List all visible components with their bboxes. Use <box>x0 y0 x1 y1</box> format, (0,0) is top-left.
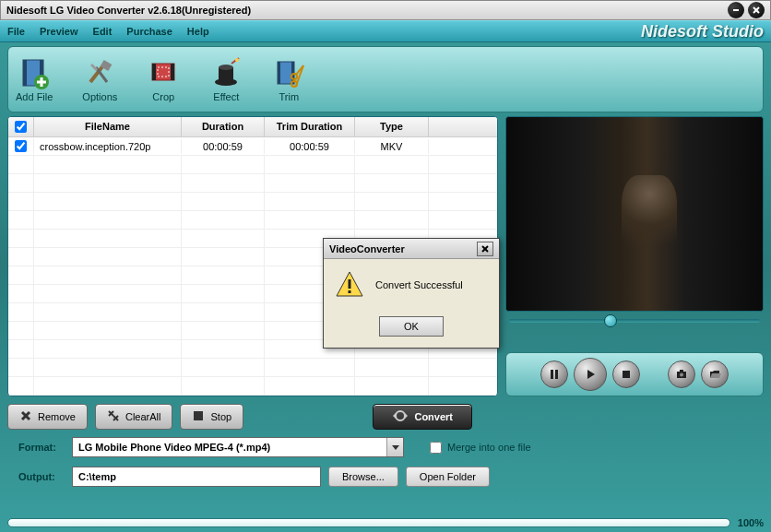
preview-screen <box>505 116 764 312</box>
add-file-button[interactable]: Add File <box>16 56 53 102</box>
menu-file[interactable]: File <box>7 26 25 37</box>
dialog-titlebar[interactable]: VideoConverter <box>324 239 499 259</box>
window-title: Nidesoft LG Video Converter v2.6.18(Unre… <box>6 5 728 16</box>
open-snapshot-folder-button[interactable] <box>701 361 729 388</box>
stop-button[interactable]: Stop <box>180 404 243 430</box>
options-icon <box>83 56 116 89</box>
cell-type: MKV <box>355 139 429 154</box>
table-header: FileName Duration Trim Duration Type <box>8 117 497 137</box>
stop-playback-button[interactable] <box>612 361 640 388</box>
menu-bar: File Preview Edit Purchase Help Nidesoft… <box>0 20 771 42</box>
remove-icon <box>19 409 32 424</box>
progress-bar <box>7 518 730 527</box>
row-checkbox[interactable] <box>15 140 27 152</box>
effect-button[interactable]: Effect <box>209 56 243 102</box>
svg-rect-22 <box>278 62 280 84</box>
svg-point-33 <box>680 373 683 377</box>
svg-rect-34 <box>680 370 683 372</box>
table-row[interactable]: crossbow.inception.720p 00:00:59 00:00:5… <box>8 137 497 156</box>
menu-preview[interactable]: Preview <box>40 26 78 37</box>
open-folder-button[interactable]: Open Folder <box>406 467 490 487</box>
playback-controls <box>505 352 764 396</box>
warning-icon <box>335 270 364 300</box>
svg-rect-4 <box>23 60 27 86</box>
header-type[interactable]: Type <box>355 117 429 136</box>
header-duration[interactable]: Duration <box>182 117 265 136</box>
cell-trim-duration: 00:00:59 <box>265 139 355 154</box>
dialog-title-text: VideoConverter <box>329 243 405 254</box>
svg-marker-43 <box>393 413 396 419</box>
progress-bar-area: 100% <box>7 517 764 528</box>
titlebar: Nidesoft LG Video Converter v2.6.18(Unre… <box>0 0 771 20</box>
clear-all-button[interactable]: ClearAll <box>95 404 173 430</box>
preview-panel <box>505 116 764 396</box>
format-select[interactable]: LG Mobile Phone Video MPEG-4 (*.mp4) <box>72 437 404 457</box>
dialog-close-button[interactable] <box>477 242 493 256</box>
play-button[interactable] <box>574 358 607 391</box>
svg-rect-31 <box>623 371 630 378</box>
minimize-button[interactable] <box>728 2 744 18</box>
add-file-icon <box>18 56 51 89</box>
svg-marker-44 <box>392 445 399 450</box>
svg-rect-41 <box>194 411 203 420</box>
svg-rect-49 <box>349 290 351 293</box>
menu-edit[interactable]: Edit <box>93 26 113 37</box>
seek-thumb[interactable] <box>604 314 617 327</box>
svg-rect-13 <box>152 64 156 80</box>
message-dialog: VideoConverter Convert Successful OK <box>323 238 500 349</box>
svg-rect-48 <box>349 279 351 289</box>
effect-icon <box>209 56 243 89</box>
output-settings: Format: LG Mobile Phone Video MPEG-4 (*.… <box>18 437 753 487</box>
snapshot-button[interactable] <box>668 361 695 388</box>
pause-button[interactable] <box>540 361 568 388</box>
toolbar: Add File Options Crop Effect Trim <box>7 46 764 112</box>
trim-icon <box>272 56 305 89</box>
svg-rect-29 <box>555 370 558 379</box>
header-trim-duration[interactable]: Trim Duration <box>265 117 355 136</box>
header-filename[interactable]: FileName <box>34 117 182 136</box>
cell-duration: 00:00:59 <box>182 139 265 154</box>
options-button[interactable]: Options <box>82 56 117 102</box>
browse-button[interactable]: Browse... <box>328 467 398 487</box>
cell-filename: crossbow.inception.720p <box>34 139 182 154</box>
output-path-input[interactable]: C:\temp <box>72 467 321 487</box>
clear-all-icon <box>107 409 120 424</box>
chevron-down-icon <box>386 438 403 456</box>
remove-button[interactable]: Remove <box>7 404 88 430</box>
convert-icon <box>392 408 409 426</box>
crop-icon <box>147 56 180 89</box>
svg-rect-14 <box>171 64 174 80</box>
seek-bar[interactable] <box>505 312 764 330</box>
trim-button[interactable]: Trim <box>272 56 305 102</box>
merge-checkbox[interactable] <box>430 442 442 454</box>
svg-rect-28 <box>551 370 553 379</box>
output-label: Output: <box>18 471 65 482</box>
merge-label: Merge into one file <box>447 442 531 453</box>
header-checkbox[interactable] <box>8 117 34 136</box>
format-label: Format: <box>18 442 65 453</box>
video-frame <box>506 117 763 311</box>
dialog-message: Convert Successful <box>375 279 463 290</box>
close-button[interactable] <box>748 2 765 18</box>
svg-point-18 <box>219 65 233 70</box>
menu-purchase[interactable]: Purchase <box>126 26 172 37</box>
progress-percent: 100% <box>738 517 764 528</box>
brand-label: Nidesoft Studio <box>641 22 764 41</box>
convert-button[interactable]: Convert <box>373 404 472 430</box>
svg-marker-30 <box>587 370 595 379</box>
stop-icon <box>192 409 205 424</box>
menu-help[interactable]: Help <box>187 26 209 37</box>
dialog-ok-button[interactable]: OK <box>379 316 444 337</box>
crop-button[interactable]: Crop <box>147 56 180 102</box>
svg-point-20 <box>235 58 239 62</box>
